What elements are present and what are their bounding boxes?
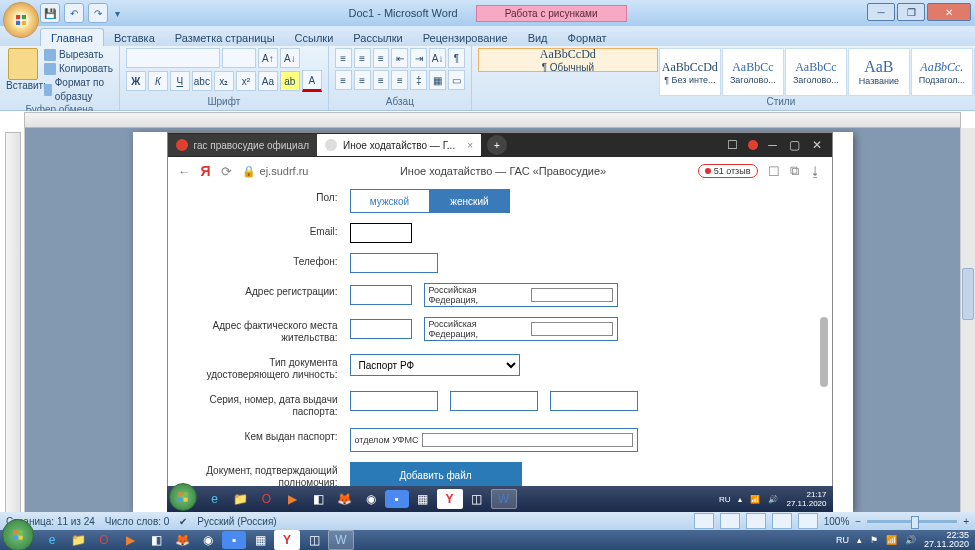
view-outline-button[interactable] <box>772 513 792 529</box>
underline-button[interactable]: Ч <box>170 71 190 91</box>
taskbar-app-icon[interactable]: ◧ <box>307 490 331 508</box>
shading-button[interactable]: ▦ <box>429 70 446 90</box>
change-case-button[interactable]: Aa <box>258 71 278 91</box>
italic-button[interactable]: К <box>148 71 168 91</box>
outer-taskbar-explorer-icon[interactable]: 📁 <box>66 531 90 549</box>
tab-mailings[interactable]: Рассылки <box>343 29 412 46</box>
reg-address-country-input[interactable]: Российская Федерация, <box>424 283 618 307</box>
outer-taskbar-opera-icon[interactable]: O <box>92 531 116 549</box>
browser-close-button[interactable]: ✕ <box>810 138 824 152</box>
browser-back-button[interactable]: ← <box>178 164 191 179</box>
add-file-button[interactable]: Добавить файл <box>350 462 522 488</box>
style-no-spacing[interactable]: AaBbCcDd¶ Без инте... <box>659 48 721 96</box>
taskbar-yandex-icon[interactable]: Y <box>437 489 463 509</box>
tray-up-icon[interactable]: ▴ <box>857 535 862 545</box>
zoom-in-button[interactable]: + <box>963 516 969 527</box>
vertical-ruler[interactable] <box>0 128 25 512</box>
shrink-font-button[interactable]: A↓ <box>280 48 300 68</box>
gender-male-button[interactable]: мужской <box>350 189 430 213</box>
outer-taskbar-media-icon[interactable]: ▶ <box>118 531 142 549</box>
email-input[interactable] <box>350 223 412 243</box>
browser-maximize-button[interactable]: ▢ <box>788 138 802 152</box>
outer-taskbar-app2-icon[interactable]: ▦ <box>248 531 272 549</box>
gender-female-button[interactable]: женский <box>430 189 510 213</box>
new-tab-button[interactable]: + <box>487 135 507 155</box>
inner-tray-volume-icon[interactable]: 🔊 <box>768 495 778 504</box>
font-color-button[interactable]: A <box>302 70 322 92</box>
line-spacing-button[interactable]: ‡ <box>410 70 427 90</box>
borders-button[interactable]: ▭ <box>448 70 465 90</box>
taskbar-app2-icon[interactable]: ▦ <box>411 490 435 508</box>
subscript-button[interactable]: x₂ <box>214 71 234 91</box>
status-words[interactable]: Число слов: 0 <box>105 516 169 527</box>
tray-network-icon[interactable]: 📶 <box>886 535 897 545</box>
taskbar-firefox-icon[interactable]: 🦊 <box>333 490 357 508</box>
window-restore-button[interactable]: ❐ <box>897 3 925 21</box>
view-print-layout-button[interactable] <box>694 513 714 529</box>
browser-account-icon[interactable] <box>748 140 758 150</box>
window-minimize-button[interactable]: ─ <box>867 3 895 21</box>
word-scrollbar[interactable] <box>960 128 975 512</box>
outer-taskbar-word-icon[interactable]: W <box>328 530 354 550</box>
downloads-icon[interactable]: ⭳ <box>809 164 822 179</box>
taskbar-zoom-icon[interactable]: ▪ <box>385 490 409 508</box>
yandex-logo-icon[interactable]: Я <box>201 163 211 179</box>
cut-button[interactable]: Вырезать <box>44 48 113 62</box>
zoom-out-button[interactable]: − <box>855 516 861 527</box>
format-painter-button[interactable]: Формат по образцу <box>44 76 113 104</box>
scrollbar-thumb[interactable] <box>820 317 828 387</box>
sort-button[interactable]: A↓ <box>429 48 446 68</box>
grow-font-button[interactable]: A↑ <box>258 48 278 68</box>
qat-redo-icon[interactable]: ↷ <box>88 3 108 23</box>
taskbar-explorer-icon[interactable]: 📁 <box>229 490 253 508</box>
tray-flag-icon[interactable]: ⚑ <box>870 535 878 545</box>
reviews-badge[interactable]: 51 отзыв <box>698 164 758 178</box>
outer-taskbar-firefox-icon[interactable]: 🦊 <box>170 531 194 549</box>
outer-taskbar-zoom-icon[interactable]: ▪ <box>222 531 246 549</box>
inner-tray-lang[interactable]: RU <box>719 495 731 504</box>
outer-taskbar-ie-icon[interactable]: e <box>40 531 64 549</box>
justify-button[interactable]: ≡ <box>391 70 408 90</box>
taskbar-chrome-icon[interactable]: ◉ <box>359 490 383 508</box>
outer-taskbar-app-icon[interactable]: ◧ <box>144 531 168 549</box>
bullets-button[interactable]: ≡ <box>335 48 352 68</box>
inner-tray-flag-icon[interactable]: ▴ <box>738 495 742 504</box>
extensions-icon[interactable]: ⧉ <box>790 163 799 179</box>
taskbar-opera-icon[interactable]: O <box>255 490 279 508</box>
style-gallery[interactable]: AaBbCcDd¶ Обычный AaBbCcDd¶ Без инте... … <box>478 48 975 96</box>
taskbar-ie-icon[interactable]: e <box>203 490 227 508</box>
outer-taskbar-yandex-icon[interactable]: Y <box>274 530 300 550</box>
tab-review[interactable]: Рецензирование <box>413 29 518 46</box>
taskbar-word-icon[interactable]: W <box>491 489 517 509</box>
browser-tab-inactive[interactable]: гас правосудие официал <box>168 134 318 156</box>
qat-save-icon[interactable]: 💾 <box>40 3 60 23</box>
tray-lang[interactable]: RU <box>836 535 849 545</box>
inner-tray-network-icon[interactable]: 📶 <box>750 495 760 504</box>
tab-view[interactable]: Вид <box>518 29 558 46</box>
window-close-button[interactable]: ✕ <box>927 3 971 21</box>
align-left-button[interactable]: ≡ <box>335 70 352 90</box>
passport-number-input[interactable] <box>450 391 538 411</box>
taskbar-app3-icon[interactable]: ◫ <box>465 490 489 508</box>
office-button[interactable] <box>3 2 39 38</box>
passport-issued-input[interactable]: отделом УФМС <box>350 428 638 452</box>
taskbar-media-icon[interactable]: ▶ <box>281 490 305 508</box>
indent-inc-button[interactable]: ⇥ <box>410 48 427 68</box>
browser-minimize-button[interactable]: ─ <box>766 138 780 152</box>
outer-taskbar-app3-icon[interactable]: ◫ <box>302 531 326 549</box>
tab-insert[interactable]: Вставка <box>104 29 165 46</box>
view-draft-button[interactable] <box>798 513 818 529</box>
passport-date-input[interactable] <box>550 391 638 411</box>
style-subtitle[interactable]: AaBbCc.Подзагол... <box>911 48 973 96</box>
paste-button[interactable]: Вставить <box>6 48 40 104</box>
font-size-combo[interactable] <box>222 48 256 68</box>
bookmark-icon[interactable]: ☐ <box>768 164 780 179</box>
passport-series-input[interactable] <box>350 391 438 411</box>
status-language[interactable]: Русский (Россия) <box>197 516 276 527</box>
status-spellcheck-icon[interactable]: ✔ <box>179 516 187 527</box>
font-name-combo[interactable] <box>126 48 220 68</box>
tab-references[interactable]: Ссылки <box>285 29 344 46</box>
qat-undo-icon[interactable]: ↶ <box>64 3 84 23</box>
outer-taskbar-chrome-icon[interactable]: ◉ <box>196 531 220 549</box>
qat-more-icon[interactable]: ▾ <box>112 4 122 22</box>
